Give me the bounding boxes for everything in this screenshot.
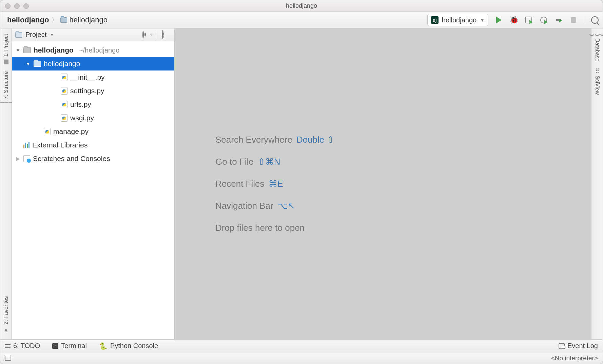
tree-package-selected[interactable]: ▼ hellodjango <box>12 57 174 70</box>
expand-arrow-icon[interactable]: ▶ <box>15 156 21 161</box>
star-icon: ★ <box>3 327 9 334</box>
tree-file-settings[interactable]: · settings.py <box>12 84 174 98</box>
tree-file-urls[interactable]: · urls.py <box>12 98 174 111</box>
tree-external-libraries[interactable]: · External Libraries <box>12 138 174 152</box>
shortcut-label: ⌥↖ <box>277 201 295 211</box>
tree-node-label: __init__.py <box>70 73 105 81</box>
project-tree[interactable]: ▼ hellodjango ~/hellodjango ▼ hellodjang… <box>12 41 174 339</box>
bottom-dock-bar: 6: TODO Terminal 🐍 Python Console Event … <box>0 339 603 352</box>
terminal-tool-tab[interactable]: Terminal <box>52 342 87 350</box>
bug-icon: 🐞 <box>509 16 519 24</box>
folder-icon <box>23 47 31 53</box>
python-file-icon <box>44 128 51 135</box>
event-log-tool-tab[interactable]: Event Log <box>559 342 598 350</box>
shortcut-label: ⌘E <box>269 179 283 189</box>
todo-tool-tab[interactable]: 6: TODO <box>5 342 40 350</box>
right-tool-strip: Database SciView <box>591 28 603 339</box>
package-folder-icon <box>34 61 41 67</box>
python-file-icon <box>61 74 67 81</box>
tree-file-wsgi[interactable]: · wsgi.py <box>12 111 174 125</box>
tree-node-label: wsgi.py <box>70 114 94 122</box>
sciview-icon <box>596 68 599 73</box>
scratches-icon <box>23 155 30 162</box>
profile-button[interactable] <box>539 16 548 24</box>
ide-window: hellodjango hellodjango 〉 hellodjango dj… <box>0 0 603 364</box>
breadcrumb-item-folder[interactable]: hellodjango <box>60 16 108 24</box>
project-tool-window: Project ▼ ÷ ▼ hellodjango ~/hellodjango … <box>12 28 175 339</box>
structure-tab-icon <box>0 102 12 102</box>
hint-recent-files: Recent Files ⌘E <box>215 179 591 189</box>
python-console-tool-tab[interactable]: 🐍 Python Console <box>99 342 158 350</box>
settings-button[interactable] <box>161 31 165 39</box>
collapse-icon: ÷ <box>150 34 152 36</box>
left-tool-strip: 1: Project 7: Structure ★ 2: Favorites <box>0 28 12 339</box>
chevron-down-icon: ▼ <box>480 17 485 23</box>
tree-scratches[interactable]: ▶ Scratches and Consoles <box>12 152 174 165</box>
main-area: 1: Project 7: Structure ★ 2: Favorites P… <box>0 28 603 339</box>
breadcrumb: hellodjango 〉 hellodjango <box>7 16 108 24</box>
tree-node-path: ~/hellodjango <box>79 46 120 54</box>
shortcut-label: Double ⇧ <box>296 135 334 145</box>
stop-button[interactable] <box>569 16 578 24</box>
expand-arrow-icon[interactable]: ▼ <box>15 47 21 53</box>
chevron-right-icon: 〉 <box>51 16 58 24</box>
run-configuration-label: hellodjango <box>442 16 476 24</box>
structure-tool-tab[interactable]: 7: Structure <box>0 68 13 106</box>
tree-project-root[interactable]: ▼ hellodjango ~/hellodjango <box>12 43 174 57</box>
concurrency-button[interactable] <box>554 16 563 24</box>
coverage-icon <box>525 17 532 23</box>
chevron-down-icon[interactable]: ▼ <box>50 33 54 37</box>
favorites-tool-tab[interactable]: ★ 2: Favorites <box>2 293 10 337</box>
play-icon <box>496 17 502 23</box>
tree-node-label: Scratches and Consoles <box>33 155 110 163</box>
run-button[interactable] <box>494 16 503 24</box>
profile-icon <box>540 17 547 23</box>
tree-node-label: External Libraries <box>32 141 87 149</box>
run-configuration-selector[interactable]: dj hellodjango ▼ <box>427 14 488 26</box>
tree-node-label: settings.py <box>70 87 104 95</box>
titlebar: hellodjango <box>0 0 603 12</box>
sciview-tool-tab[interactable]: SciView <box>594 65 601 98</box>
hint-go-to-file: Go to File ⇧⌘N <box>215 157 591 167</box>
navbar-right: dj hellodjango ▼ 🐞 <box>427 14 599 26</box>
hint-drop-files: Drop files here to open <box>215 223 591 233</box>
concurrency-icon <box>556 19 561 21</box>
debug-button[interactable]: 🐞 <box>509 16 518 24</box>
locate-button[interactable] <box>141 31 145 39</box>
hide-button[interactable] <box>168 34 171 36</box>
editor-placeholder[interactable]: Search Everywhere Double ⇧ Go to File ⇧⌘… <box>175 28 591 339</box>
breadcrumb-item-root[interactable]: hellodjango <box>7 16 49 24</box>
expand-arrow-icon[interactable]: ▼ <box>25 61 31 66</box>
collapse-all-button[interactable]: ÷ <box>149 33 154 37</box>
python-file-icon <box>61 87 67 95</box>
tree-file-manage[interactable]: · manage.py <box>12 125 174 138</box>
run-coverage-button[interactable] <box>524 16 533 24</box>
database-icon <box>589 34 603 36</box>
libraries-icon <box>23 142 30 148</box>
folder-icon <box>60 17 67 23</box>
todo-icon <box>5 344 11 348</box>
project-tool-tab[interactable]: 1: Project <box>2 31 10 68</box>
tool-windows-toggle-icon[interactable] <box>5 356 11 361</box>
event-log-icon <box>559 343 565 349</box>
database-tool-tab[interactable]: Database <box>589 31 603 65</box>
stop-icon <box>571 17 576 23</box>
hint-navigation-bar: Navigation Bar ⌥↖ <box>215 201 591 211</box>
terminal-icon <box>52 343 58 349</box>
tree-node-label: urls.py <box>70 100 91 108</box>
django-icon: dj <box>431 16 439 24</box>
separator <box>157 31 157 39</box>
hint-search-everywhere: Search Everywhere Double ⇧ <box>215 135 591 145</box>
tree-node-label: hellodjango <box>34 46 74 54</box>
separator <box>584 16 584 24</box>
python-icon: 🐍 <box>99 342 108 350</box>
project-view-icon <box>15 32 22 38</box>
interpreter-status[interactable]: <No interpreter> <box>551 355 598 362</box>
search-everywhere-button[interactable] <box>590 16 599 24</box>
tree-file-init[interactable]: · __init__.py <box>12 70 174 84</box>
shortcut-label: ⇧⌘N <box>258 157 280 167</box>
tree-node-label: hellodjango <box>44 60 80 68</box>
project-tool-header: Project ▼ ÷ <box>12 28 174 41</box>
search-icon <box>591 16 599 24</box>
project-view-label: Project <box>25 31 46 39</box>
